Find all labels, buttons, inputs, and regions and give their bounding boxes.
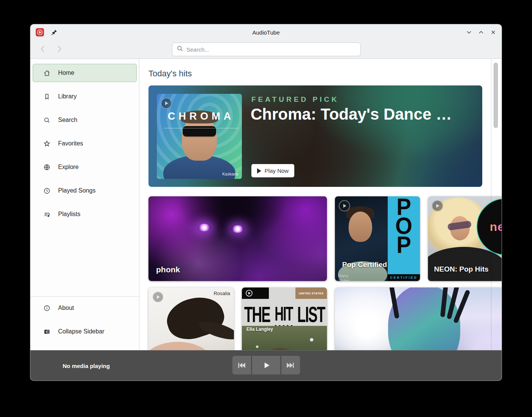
search-icon (177, 45, 183, 54)
globe-icon (43, 163, 51, 171)
playlist-card-phonk[interactable]: phonk (148, 196, 327, 281)
player-status-text: No media playing (63, 362, 110, 369)
search-bar (172, 43, 361, 56)
sidebar-item-played-songs[interactable]: Played Songs (33, 182, 137, 200)
play-badge-icon (339, 200, 350, 212)
play-badge-icon (161, 98, 172, 109)
info-icon (43, 304, 51, 312)
play-button[interactable] (252, 356, 280, 374)
playlist-card-hit-list[interactable]: UNITED STATES THE HIT LIST Ella Langley (242, 287, 327, 350)
sidebar-item-about[interactable]: About (33, 299, 137, 317)
sidebar-item-label: Explore (58, 164, 79, 171)
back-button[interactable] (38, 44, 48, 55)
playlist-card-neon[interactable]: neon NEON: Pop Hits (428, 196, 502, 281)
close-button[interactable] (490, 29, 496, 36)
card-artist: Harry Styles (338, 273, 358, 281)
featured-title: Chroma: Today's Dance … (251, 105, 452, 123)
neon-logo-text: neon (490, 220, 502, 234)
sidebar-item-explore[interactable]: Explore (33, 158, 137, 176)
card-corner-label: Rosalia (214, 291, 230, 296)
sidebar-item-label: Favorites (58, 140, 83, 147)
card-art-title: THE HIT LIST (244, 303, 325, 319)
sidebar-item-label: Played Songs (58, 187, 96, 194)
sidebar-item-search[interactable]: Search (33, 111, 137, 129)
album-title-text: CHROMA (157, 111, 242, 122)
toolbar (30, 40, 502, 59)
player-bar: No media playing (30, 350, 502, 381)
main-content: Today's hits CHROMA Kaskade FEATURED PIC… (139, 59, 502, 350)
minimize-button[interactable] (466, 29, 472, 36)
app-body: Home Library Search Favorites (30, 59, 502, 350)
sidebar-item-collapse[interactable]: Collapse Sidebar (33, 322, 137, 341)
featured-kicker: FEATURED PICK (251, 95, 339, 104)
art-glow-eye (231, 225, 244, 233)
pop-art-caption: CERTIFIED (388, 274, 420, 281)
play-badge-icon (245, 289, 253, 297)
sidebar: Home Library Search Favorites (30, 59, 139, 350)
titlebar: AudioTube (30, 24, 502, 40)
sidebar-item-library[interactable]: Library (33, 87, 137, 106)
play-badge-icon (432, 200, 443, 212)
play-now-button[interactable]: Play Now (251, 164, 294, 177)
card-region-badge: UNITED STATES (295, 287, 327, 299)
playlist-card-psychedelic[interactable] (335, 287, 502, 350)
playlist-card-pop-certified[interactable]: POP CERTIFIED Pop Certified Harry Styles (335, 196, 420, 281)
card-art-pop-strip: POP CERTIFIED (388, 196, 420, 281)
card-artist: Ella Langley (246, 327, 273, 332)
collapse-sidebar-icon (43, 328, 51, 336)
search-input[interactable] (186, 46, 356, 53)
art-glow-eye (198, 224, 211, 231)
vertical-scrollbar[interactable] (494, 63, 498, 128)
album-art-flare-line (164, 128, 238, 128)
scroll-area-border (491, 59, 491, 350)
art-word: HIT (275, 303, 292, 329)
sidebar-item-label: About (58, 305, 74, 311)
sidebar-item-label: Home (58, 70, 74, 76)
sidebar-item-label: Library (58, 93, 77, 100)
card-title: NEON: Pop Hits (434, 265, 489, 273)
window-controls (466, 29, 496, 36)
playlist-card-rosalia[interactable]: Rosalia (148, 287, 234, 350)
figure-face (349, 212, 372, 242)
card-title: Pop Certified (342, 261, 387, 269)
card-title: phonk (156, 265, 180, 274)
player-controls (232, 356, 300, 374)
play-icon (257, 168, 261, 174)
next-track-button[interactable] (281, 356, 300, 374)
sidebar-item-home[interactable]: Home (33, 64, 137, 82)
sidebar-item-playlists[interactable]: Playlists (33, 205, 137, 223)
app-window: AudioTube (30, 24, 502, 381)
art-word: LIST (297, 303, 325, 327)
maximize-button[interactable] (478, 29, 484, 36)
clock-icon (43, 187, 51, 195)
previous-track-button[interactable] (232, 356, 251, 374)
section-title: Today's hits (148, 69, 192, 79)
sidebar-item-label: Collapse Sidebar (58, 328, 104, 335)
sidebar-footer: About Collapse Sidebar (30, 296, 139, 346)
figure-shoulder (148, 342, 214, 350)
art-word: THE (244, 303, 270, 327)
sidebar-item-favorites[interactable]: Favorites (33, 134, 137, 153)
pop-art-word: POP (392, 197, 415, 254)
search-icon (43, 116, 51, 124)
sidebar-item-label: Search (58, 117, 77, 123)
album-artist-label: Kaskade (222, 172, 238, 176)
play-badge-block (242, 287, 269, 299)
bookmark-icon (43, 93, 51, 101)
home-icon (43, 69, 51, 77)
window-title: AudioTube (30, 29, 502, 36)
figure-body (428, 247, 502, 281)
play-now-label: Play Now (265, 167, 289, 174)
play-badge-icon (152, 291, 164, 303)
featured-album-art: CHROMA Kaskade (157, 94, 242, 179)
star-icon (43, 140, 51, 148)
sidebar-item-label: Playlists (58, 211, 81, 218)
forward-button[interactable] (54, 44, 64, 55)
playlist-icon (43, 210, 51, 218)
featured-banner[interactable]: CHROMA Kaskade FEATURED PICK Chroma: Tod… (148, 85, 482, 187)
